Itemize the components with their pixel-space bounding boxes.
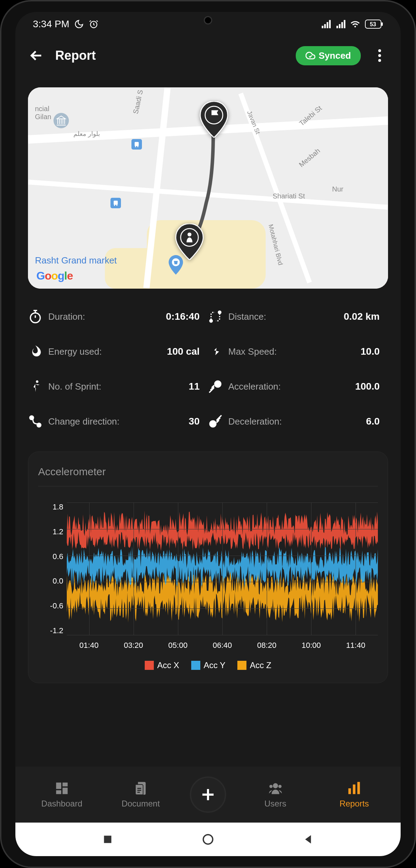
stat-label: Acceleration: bbox=[228, 381, 350, 392]
svg-point-37 bbox=[203, 835, 213, 844]
svg-rect-11 bbox=[114, 201, 118, 205]
document-icon bbox=[133, 781, 148, 796]
legend-label: Acc Z bbox=[250, 660, 271, 670]
chart-plot-area[interactable]: 1.81.20.60.0-0.6-1.2 bbox=[38, 502, 378, 635]
map-label: Shariati St bbox=[273, 192, 305, 200]
sync-label: Synced bbox=[319, 50, 351, 61]
nav-label: Users bbox=[264, 799, 286, 809]
svg-point-30 bbox=[273, 783, 278, 788]
phone-frame: 3:34 PM 53 Report Synced bbox=[0, 0, 416, 868]
y-tick: 1.2 bbox=[38, 527, 63, 536]
legend-item: Acc Y bbox=[191, 660, 225, 670]
chart-x-axis: 01:4003:2005:0006:4008:2010:0011:40 bbox=[38, 641, 378, 650]
moon-icon bbox=[74, 19, 84, 29]
stat-label: Deceleration: bbox=[228, 416, 360, 427]
svg-rect-8 bbox=[135, 142, 139, 146]
direction-icon bbox=[28, 414, 43, 429]
recent-apps-button[interactable] bbox=[101, 833, 114, 846]
map-view[interactable]: ncial Gilan Saadi S بلوار معلم Javan St … bbox=[28, 87, 388, 289]
stat-value: 11 bbox=[189, 381, 208, 392]
x-tick: 05:00 bbox=[156, 641, 200, 650]
svg-text:53: 53 bbox=[370, 21, 376, 27]
svg-rect-35 bbox=[357, 782, 360, 794]
svg-point-31 bbox=[269, 785, 272, 788]
android-system-nav bbox=[15, 823, 401, 856]
legend-swatch bbox=[237, 661, 246, 670]
fire-icon bbox=[28, 344, 43, 359]
nav-label: Document bbox=[122, 799, 160, 809]
bus-stop-icon bbox=[131, 139, 142, 150]
x-tick: 06:40 bbox=[200, 641, 244, 650]
map-pin-start[interactable] bbox=[175, 224, 204, 260]
legend-label: Acc Y bbox=[204, 660, 225, 670]
phone-notch bbox=[204, 16, 212, 24]
accel-icon bbox=[208, 379, 223, 394]
plus-icon bbox=[200, 786, 216, 803]
legend-item: Acc Z bbox=[237, 660, 271, 670]
svg-point-6 bbox=[378, 59, 381, 62]
back-system-button[interactable] bbox=[302, 833, 315, 846]
stat-sprint: No. of Sprint: 11 bbox=[28, 369, 208, 404]
stat-direction: Change direction: 30 bbox=[28, 404, 208, 439]
y-tick: 0.6 bbox=[38, 552, 63, 561]
route-icon bbox=[208, 309, 223, 324]
stat-value: 6.0 bbox=[366, 416, 388, 427]
svg-point-25 bbox=[210, 421, 216, 427]
stat-value: 0:16:40 bbox=[166, 311, 208, 322]
stat-label: Energy used: bbox=[48, 346, 162, 357]
signal-1-icon bbox=[321, 19, 331, 29]
nav-add-button[interactable] bbox=[190, 776, 226, 813]
chart-title: Accelerometer bbox=[38, 466, 378, 478]
sync-status-badge[interactable]: Synced bbox=[296, 46, 361, 65]
x-tick: 03:20 bbox=[111, 641, 156, 650]
reports-icon bbox=[346, 781, 362, 796]
chart-y-axis: 1.81.20.60.0-0.6-1.2 bbox=[38, 502, 63, 635]
nav-label: Dashboard bbox=[41, 799, 82, 809]
nav-document[interactable]: Document bbox=[111, 781, 170, 809]
svg-rect-33 bbox=[349, 788, 351, 794]
svg-rect-29 bbox=[56, 790, 61, 794]
svg-rect-34 bbox=[353, 784, 356, 794]
svg-rect-27 bbox=[63, 783, 68, 787]
stat-value: 0.02 km bbox=[344, 311, 388, 322]
chart-divider bbox=[38, 486, 378, 486]
google-logo: Google bbox=[36, 269, 73, 282]
bottom-navigation: Dashboard Document Users Reports bbox=[15, 767, 401, 823]
stat-value: 100.0 bbox=[355, 381, 388, 392]
status-time: 3:34 PM bbox=[33, 19, 69, 30]
nav-users[interactable]: Users bbox=[246, 781, 305, 809]
home-button[interactable] bbox=[202, 833, 214, 846]
x-tick: 08:20 bbox=[245, 641, 289, 650]
back-button[interactable] bbox=[28, 47, 45, 64]
stat-label: Duration: bbox=[48, 311, 160, 322]
svg-point-20 bbox=[218, 311, 221, 313]
decel-icon bbox=[208, 414, 223, 429]
content-area: ncial Gilan Saadi S بلوار معلم Javan St … bbox=[15, 75, 401, 767]
nav-reports[interactable]: Reports bbox=[324, 781, 384, 809]
svg-point-17 bbox=[187, 232, 191, 236]
svg-point-4 bbox=[378, 49, 381, 52]
bus-stop-icon bbox=[110, 198, 121, 208]
svg-point-32 bbox=[278, 785, 281, 788]
svg-point-13 bbox=[116, 205, 117, 206]
svg-rect-26 bbox=[56, 783, 61, 789]
dashboard-icon bbox=[54, 781, 70, 796]
stat-value: 100 cal bbox=[167, 346, 208, 357]
screen: 3:34 PM 53 Report Synced bbox=[15, 12, 401, 856]
map-pin-end[interactable] bbox=[199, 101, 229, 138]
stat-label: Change direction: bbox=[48, 416, 183, 427]
svg-rect-36 bbox=[104, 836, 111, 843]
legend-label: Acc X bbox=[157, 660, 179, 670]
nav-dashboard[interactable]: Dashboard bbox=[32, 781, 92, 809]
more-menu-button[interactable] bbox=[371, 47, 388, 64]
stat-accel: Acceleration: 100.0 bbox=[208, 369, 388, 404]
svg-rect-28 bbox=[63, 788, 68, 794]
cloud-check-icon bbox=[306, 51, 315, 60]
svg-point-5 bbox=[378, 54, 381, 57]
svg-point-9 bbox=[135, 146, 136, 147]
x-tick: 01:40 bbox=[67, 641, 111, 650]
speed-icon bbox=[208, 344, 223, 359]
stat-energy: Energy used: 100 cal bbox=[28, 334, 208, 369]
nav-label: Reports bbox=[339, 799, 369, 809]
map-label: بلوار معلم bbox=[73, 130, 100, 138]
